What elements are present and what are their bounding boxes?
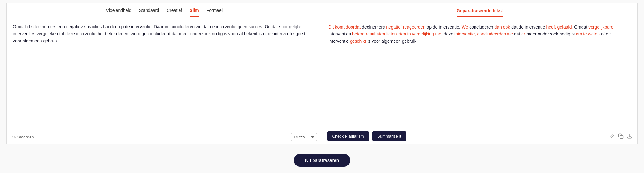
para-seg-4: We [462,24,468,30]
download-icon [627,133,632,139]
copy-icon-button[interactable] [618,133,624,139]
input-text-area: Omdat de deelnemers een negatieve reacti… [7,17,322,130]
para-seg-20: geschikt [350,39,366,44]
svg-rect-0 [620,135,623,138]
para-seg-5: concluderen [469,24,494,30]
para-seg-15: dat [514,31,521,36]
paraphrase-button[interactable]: Nu parafraseren [294,154,350,167]
tab-formeel[interactable]: Formeel [207,8,223,17]
para-seg-3: op de interventie. [427,24,461,30]
icon-group [609,133,632,139]
tab-slim[interactable]: Slim [190,8,199,17]
para-seg-1: deelnemers [362,24,386,30]
para-seg-10: vergelijkbare [588,24,613,30]
paraphrased-title: Geparafraseerde tekst [457,8,503,17]
input-text: Omdat de deelnemers een negatieve reacti… [13,23,316,44]
tab-vloeiendheid[interactable]: Vloeiendheid [106,8,131,17]
para-seg-17: meer onderzoek nodig is [527,31,576,36]
left-footer: 46 Woorden Dutch English French German S… [7,130,322,144]
para-seg-21: is voor algemeen gebruik. [367,39,417,44]
edit-icon-button[interactable] [609,133,615,139]
para-seg-0: Dit komt doordat [329,24,361,30]
main-container: Vloeiendheid Standaard Creatief Slim For… [6,3,638,144]
copy-icon [618,133,624,139]
tabs-bar: Vloeiendheid Standaard Creatief Slim For… [7,3,322,17]
para-seg-6: dan ook [494,24,510,30]
para-seg-18: om te weten [576,31,600,36]
edit-icon [609,133,615,139]
tab-standaard[interactable]: Standaard [139,8,159,17]
right-panel-header: Geparafraseerde tekst [322,3,638,17]
para-seg-12: betere resultaten lieten zien in vergeli… [352,31,443,36]
para-seg-14: interventie, concludeerden we [454,31,513,36]
para-seg-8: heeft gefaald. [546,24,573,30]
word-count: 46 Woorden [12,135,34,139]
tab-creatief[interactable]: Creatief [167,8,182,17]
para-seg-11: interventies [329,31,352,36]
para-seg-2: negatief reageerden [386,24,425,30]
para-seg-13: deze [444,31,454,36]
summarize-button[interactable]: Summarize It [372,131,406,141]
download-icon-button[interactable] [627,133,632,139]
action-buttons: Check Plagiarism Summarize It [327,131,406,141]
para-seg-16: er [521,31,525,36]
right-footer: Check Plagiarism Summarize It [322,128,638,144]
para-seg-9: Omdat [574,24,588,30]
language-select[interactable]: Dutch English French German Spanish [291,133,317,141]
para-seg-7: dat de interventie [511,24,546,30]
bottom-bar: Nu parafraseren [0,148,644,173]
right-panel: Geparafraseerde tekst Dit komt doordat d… [322,3,638,144]
check-plagiarism-button[interactable]: Check Plagiarism [327,131,369,141]
paraphrased-content: Dit komt doordat deelnemers negatief rea… [322,17,638,128]
left-panel: Vloeiendheid Standaard Creatief Slim For… [7,3,322,144]
